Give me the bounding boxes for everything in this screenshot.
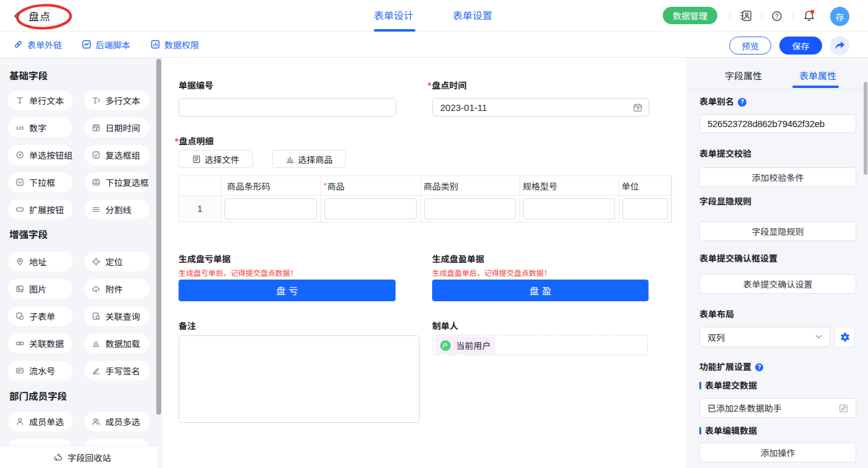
svg-text:123: 123 bbox=[16, 125, 24, 131]
svg-text:?: ? bbox=[775, 13, 779, 20]
